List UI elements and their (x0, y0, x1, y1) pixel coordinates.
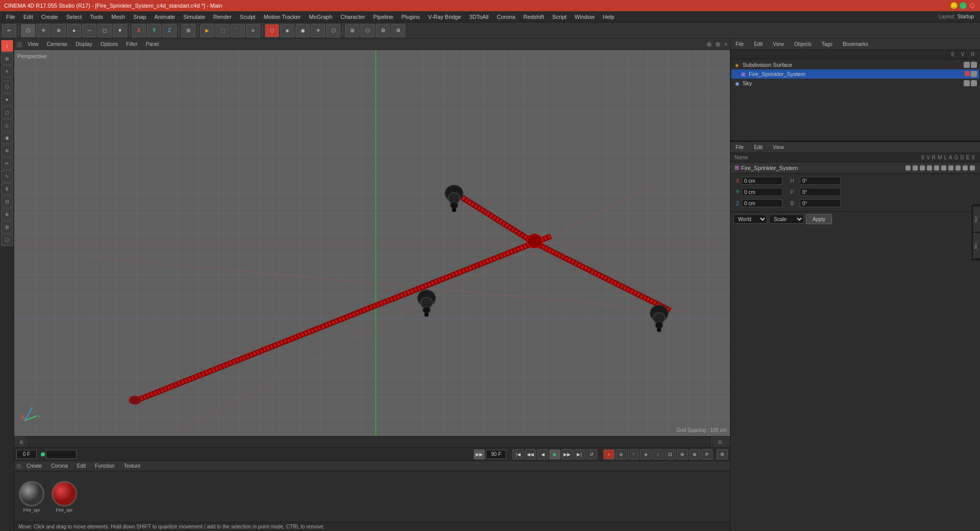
anim-rot-keys[interactable]: ⊕ (677, 449, 688, 460)
tab-texture[interactable]: Texture (119, 463, 144, 469)
menu-render[interactable]: Render (209, 13, 236, 21)
tool-torus[interactable]: ◉ (1, 132, 13, 144)
anim-scale-keys[interactable]: ⊡ (665, 449, 676, 460)
tool-deform2[interactable]: ⊗ (1, 208, 13, 221)
anim-record-key[interactable]: ◉ (616, 449, 627, 460)
axis-x[interactable]: X (132, 24, 146, 37)
menu-tools[interactable]: Tools (86, 13, 107, 21)
close-button[interactable]: × (969, 2, 976, 9)
menu-3dtoall[interactable]: 3DToAll (465, 13, 493, 21)
anim-play-btn-active[interactable]: ▶▶ (474, 449, 485, 460)
render-settings-btn[interactable]: ⚙ (391, 24, 405, 37)
coord-x-pos[interactable]: 0 cm (742, 177, 782, 185)
menu-sculpt[interactable]: Sculpt (236, 13, 260, 21)
vp-filter-menu[interactable]: Filter (123, 41, 140, 47)
anim-end-frame[interactable] (486, 450, 506, 459)
mode-point[interactable]: ● (67, 24, 81, 37)
attr-tab-view[interactable]: View (770, 144, 787, 151)
menu-script[interactable]: Script (548, 13, 571, 21)
mode-sculpt[interactable]: ▼ (113, 24, 127, 37)
obj-row-sky[interactable]: ◉ Sky (731, 79, 979, 88)
project-settings-btn[interactable]: ⚙ (376, 24, 390, 37)
obj-ind-v2[interactable] (971, 71, 977, 77)
menu-corona[interactable]: Corona (493, 13, 519, 21)
projection-persp[interactable]: ⬡ (326, 24, 340, 37)
tool-capsule[interactable]: ⊕ (1, 144, 13, 157)
tool-grid[interactable]: ⊞ (1, 221, 13, 233)
material-item-1[interactable]: Fire_spr (16, 481, 47, 513)
tool-pen[interactable]: ✏ (1, 157, 13, 170)
current-frame-input[interactable] (16, 450, 37, 459)
anim-next-key[interactable]: ▶▶ (561, 449, 573, 460)
apply-button[interactable]: Apply (806, 214, 832, 224)
mode-texture[interactable]: ⊕ (52, 24, 66, 37)
menu-simulate[interactable]: Simulate (179, 13, 209, 21)
anim-loop[interactable]: ↺ (586, 449, 597, 460)
menu-mograph[interactable]: MoGraph (305, 13, 336, 21)
axis-z[interactable]: Z (162, 24, 177, 37)
anim-pos-keys[interactable]: ⊗ (689, 449, 700, 460)
vp-close-icon[interactable]: × (724, 40, 728, 48)
mode-model[interactable]: ⬡ (21, 24, 35, 37)
tab-create[interactable]: Create (22, 463, 46, 469)
vp-view-menu[interactable]: View (24, 41, 42, 47)
obj-row-fire-sprinkler[interactable]: ⊞ Fire_Sprinkler_System (731, 69, 979, 79)
viewport[interactable]: Perspective (14, 50, 730, 436)
mode-select[interactable]: Scale Position Rotation (769, 214, 804, 224)
render-queue[interactable]: ≡ (246, 24, 260, 37)
menu-window[interactable]: Window (571, 13, 599, 21)
vp-panel-menu[interactable]: Panel (143, 41, 162, 47)
tool-grid2[interactable]: ⬡ (1, 234, 13, 246)
menu-help[interactable]: Help (599, 13, 619, 21)
vp-lock-icon[interactable]: ⊗ (715, 40, 721, 48)
vp-options-menu[interactable]: Options (97, 41, 121, 47)
menu-redshift[interactable]: Redshift (519, 13, 548, 21)
lights-toggle[interactable]: ☀ (311, 24, 325, 37)
tool-cube[interactable]: ⬡ (1, 81, 13, 93)
material-item-2[interactable]: Fire_spr (49, 481, 80, 513)
anim-play-forward[interactable]: ▶ (549, 449, 560, 460)
maximize-button[interactable]: □ (960, 2, 967, 9)
mode-object[interactable]: ✛ (36, 24, 51, 37)
render-all[interactable]: ⬛ (231, 24, 245, 37)
display-wire[interactable]: ◈ (280, 24, 295, 37)
obj-ind-s1[interactable] (964, 62, 970, 68)
coord-p-rot[interactable]: 0° (800, 188, 841, 196)
obj-tab-tags[interactable]: Tags (819, 41, 836, 47)
menu-animate[interactable]: Animate (151, 13, 179, 21)
menu-snap[interactable]: Snap (129, 13, 151, 21)
vp-display-menu[interactable]: Display (72, 41, 95, 47)
menu-create[interactable]: Create (37, 13, 62, 21)
tab-edit[interactable]: Edit (73, 463, 90, 469)
coord-system-select[interactable]: World Object Camera (733, 214, 767, 224)
vp-cameras-menu[interactable]: Cameras (44, 41, 71, 47)
anim-help[interactable]: ? (628, 449, 639, 460)
obj-ind-s2[interactable] (965, 71, 970, 76)
coord-world[interactable]: ⊞ (181, 24, 195, 37)
coord-z-pos[interactable]: 0 cm (742, 199, 782, 207)
obj-tab-view[interactable]: View (770, 41, 787, 47)
tool-dollar[interactable]: $ (1, 183, 13, 195)
anim-play-reverse[interactable]: ◀ (537, 449, 548, 460)
tab-corona[interactable]: Corona (47, 463, 72, 469)
mode-poly[interactable]: ◻ (97, 24, 112, 37)
mode-edge[interactable]: ─ (82, 24, 96, 37)
render-region[interactable]: ⬚ (215, 24, 230, 37)
timeline[interactable]: ⊞ 0 5 10 15 (14, 436, 730, 447)
coord-b-rot[interactable]: 0° (800, 199, 841, 207)
undo-button[interactable]: ↩ (2, 24, 16, 37)
obj-ind-s3[interactable] (964, 80, 970, 86)
tool-deform[interactable]: ⊡ (1, 196, 13, 208)
menu-file[interactable]: File (2, 13, 19, 21)
vp-maximize-icon[interactable]: ⊕ (706, 40, 712, 48)
coord-h-rot[interactable]: 0° (800, 177, 841, 185)
anim-marker[interactable]: ◆ (640, 449, 651, 460)
tool-checkered[interactable]: ⊞ (1, 53, 13, 65)
tool-plane[interactable]: ◻ (1, 106, 13, 118)
coord-y-pos[interactable]: 0 cm (742, 188, 782, 196)
tool-cone[interactable]: △ (1, 119, 13, 131)
menu-edit[interactable]: Edit (19, 13, 37, 21)
menu-vray[interactable]: V-Ray Bridge (424, 13, 465, 21)
anim-record-active[interactable]: ● (603, 449, 615, 460)
obj-tab-objects[interactable]: Objects (791, 41, 815, 47)
